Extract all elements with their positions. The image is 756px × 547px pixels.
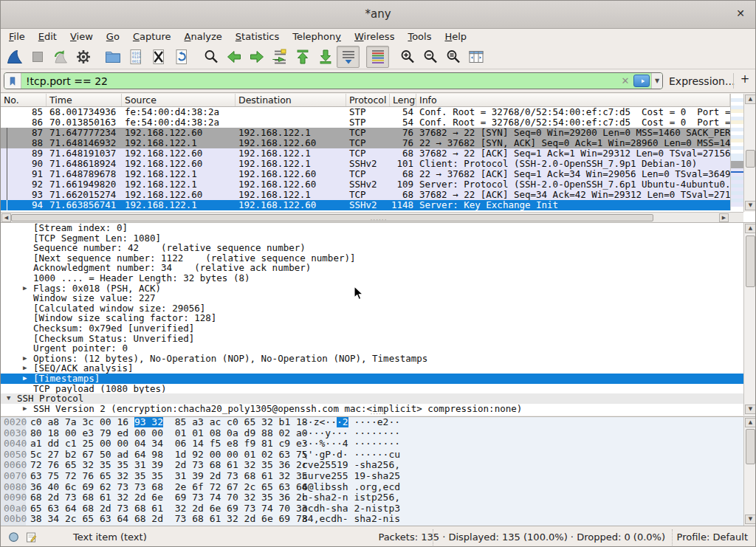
detail-line[interactable]: ▶[SEQ/ACK analysis]: [1, 363, 743, 374]
detail-line[interactable]: [Stream index: 0]: [1, 223, 743, 233]
scroll-down-button[interactable]: ▼: [745, 201, 756, 210]
expander-closed-icon[interactable]: ▶: [23, 363, 27, 374]
detail-line[interactable]: Checksum: 0x79ed [unverified]: [1, 323, 743, 334]
packet-row-92[interactable]: 9271.661949820192.168.122.1192.168.122.6…: [1, 179, 730, 190]
close-window-button[interactable]: ✕: [733, 7, 748, 19]
hscrollbar-thumb[interactable]: [11, 214, 653, 221]
packet-row-87[interactable]: 8771.647777234192.168.122.60192.168.122.…: [1, 128, 730, 138]
packet-row-89[interactable]: 8971.648191037192.168.122.60192.168.122.…: [1, 148, 730, 159]
detail-line[interactable]: [TCP Segment Len: 1080]: [1, 233, 743, 244]
menu-analyze[interactable]: Analyze: [178, 30, 229, 43]
filter-history-dropdown[interactable]: ▼: [651, 73, 662, 89]
hex-row-0050[interactable]: 00505c 27 b2 67 50 ad 64 98 1d 92 00 00 …: [1, 450, 756, 461]
filter-bookmark-button[interactable]: [4, 73, 21, 89]
hex-row-0080[interactable]: 008036 40 6c 69 62 73 73 68 2e 6f 72 67 …: [1, 482, 756, 493]
packet-row-94[interactable]: 9471.663856741192.168.122.1192.168.122.6…: [1, 200, 730, 210]
scroll-up-button[interactable]: ▲: [745, 224, 756, 233]
detail-line[interactable]: [Next sequence number: 1122 (relative se…: [1, 253, 743, 264]
expander-closed-icon[interactable]: ▶: [23, 283, 27, 294]
colorize-button[interactable]: [366, 46, 389, 68]
scroll-up-button[interactable]: ▲: [745, 418, 756, 427]
scroll-right-button[interactable]: ▶: [719, 213, 729, 222]
hex-row-0070[interactable]: 007063 75 72 76 65 32 35 35 31 39 2d 73 …: [1, 471, 756, 482]
scroll-up-button[interactable]: ▲: [745, 94, 756, 104]
title-bar[interactable]: *any ✕: [1, 1, 755, 29]
hex-row-0060[interactable]: 006072 76 65 32 35 35 31 39 2d 73 68 61 …: [1, 460, 756, 471]
detail-line[interactable]: TCP payload (1080 bytes): [1, 384, 743, 394]
menu-capture[interactable]: Capture: [126, 30, 178, 43]
scrollbar-thumb[interactable]: [746, 429, 755, 464]
detail-line[interactable]: [Calculated window size: 29056]: [1, 303, 743, 314]
expression-button[interactable]: Expression...: [669, 75, 735, 87]
hex-row-0040[interactable]: 0040a1 dd c1 25 00 00 04 34 06 14 f5 e8 …: [1, 438, 756, 450]
hex-row-0030[interactable]: 003080 18 00 e3 79 ed 00 00 01 01 08 0a …: [1, 428, 756, 439]
detail-line[interactable]: ▶Options: (12 bytes), No-Operation (NOP)…: [1, 354, 743, 364]
column-header-protocol[interactable]: Protocol: [346, 94, 390, 106]
hex-row-00a0[interactable]: 00a065 63 64 68 2d 73 68 61 32 2d 6e 69 …: [1, 503, 756, 515]
detail-line[interactable]: ▼SSH Protocol: [1, 393, 743, 404]
expander-closed-icon[interactable]: ▶: [23, 354, 27, 364]
go-first-button[interactable]: [291, 46, 314, 68]
file-open-button[interactable]: [101, 46, 124, 68]
detail-line[interactable]: ▶Flags: 0x018 (PSH, ACK): [1, 283, 743, 294]
packet-row-90[interactable]: 9071.648618924192.168.122.60192.168.122.…: [1, 159, 730, 169]
detail-line[interactable]: [Checksum Status: Unverified]: [1, 334, 743, 344]
expert-info-icon[interactable]: [8, 531, 19, 543]
column-header-info[interactable]: Info: [416, 94, 730, 106]
zoom-in-button[interactable]: [396, 46, 419, 68]
column-header-time[interactable]: Time: [47, 94, 122, 106]
scrollbar-thumb[interactable]: [746, 150, 755, 168]
details-vscrollbar[interactable]: ▲ ▼: [743, 223, 756, 416]
menu-statistics[interactable]: Statistics: [229, 30, 286, 43]
auto-scroll-button[interactable]: [337, 46, 360, 68]
column-header-source[interactable]: Source: [122, 94, 236, 106]
filter-clear-button[interactable]: ✕: [619, 75, 632, 86]
expander-closed-icon[interactable]: ▶: [23, 404, 27, 414]
hex-row-00b0[interactable]: 00b038 34 2c 65 63 64 68 2d 73 68 61 32 …: [1, 514, 756, 525]
column-header-destination[interactable]: Destination: [236, 94, 346, 106]
hex-row-0020[interactable]: 0020c0 a8 7a 3c 00 16 93 32 85 a3 ac c0 …: [1, 417, 756, 428]
find-packet-button[interactable]: [199, 46, 222, 68]
intelligent-scrollbar-minimap[interactable]: [730, 94, 743, 210]
scroll-left-button[interactable]: ◀: [1, 213, 11, 222]
column-header-no[interactable]: No.: [1, 94, 47, 106]
file-save-button[interactable]: 010101100011: [124, 46, 147, 68]
capture-start-button[interactable]: [3, 46, 26, 68]
file-close-button[interactable]: [147, 46, 170, 68]
menu-tools[interactable]: Tools: [401, 30, 438, 43]
file-reload-button[interactable]: [170, 46, 193, 68]
zoom-out-button[interactable]: [419, 46, 441, 68]
detail-line[interactable]: Acknowledgment number: 34 (relative ack …: [1, 263, 743, 273]
zoom-100-button[interactable]: [441, 46, 464, 68]
menu-view[interactable]: View: [63, 30, 100, 43]
packet-row-85[interactable]: 8568.001734936fe:54:00:d4:38:2aSTP54Conf…: [1, 107, 730, 117]
bytes-vscrollbar[interactable]: ▲ ▼: [743, 417, 756, 526]
packet-row-86[interactable]: 8670.013850163fe:54:00:d4:38:2aSTP54Conf…: [1, 117, 730, 128]
detail-line[interactable]: Sequence number: 42 (relative sequence n…: [1, 243, 743, 253]
expander-closed-icon[interactable]: ▶: [23, 374, 27, 384]
menu-file[interactable]: File: [2, 30, 32, 43]
resize-columns-button[interactable]: [464, 46, 487, 68]
filter-add-button[interactable]: +: [738, 72, 752, 89]
capture-restart-button[interactable]: [49, 46, 72, 68]
detail-line[interactable]: [Window size scaling factor: 128]: [1, 313, 743, 323]
display-filter-input[interactable]: !tcp.port == 22: [21, 75, 619, 87]
display-filter-field[interactable]: !tcp.port == 22 ✕ ▼: [4, 72, 663, 89]
go-back-button[interactable]: [222, 46, 245, 68]
scrollbar-thumb[interactable]: [746, 235, 755, 287]
scroll-down-button[interactable]: ▼: [745, 405, 756, 414]
packet-row-88[interactable]: 8871.648146932192.168.122.1192.168.122.6…: [1, 138, 730, 148]
filter-apply-button[interactable]: [633, 75, 650, 87]
column-header-length[interactable]: Length: [390, 94, 416, 106]
menu-help[interactable]: Help: [438, 30, 473, 43]
go-forward-button[interactable]: [245, 46, 268, 68]
go-to-packet-button[interactable]: [268, 46, 291, 68]
packet-row-93[interactable]: 9371.662015274192.168.122.60192.168.122.…: [1, 190, 730, 200]
capture-comment-icon[interactable]: [25, 531, 37, 543]
menu-wireless[interactable]: Wireless: [348, 30, 401, 43]
menu-telephony[interactable]: Telephony: [286, 30, 348, 43]
detail-line[interactable]: Window size value: 227: [1, 293, 743, 303]
detail-line[interactable]: Urgent pointer: 0: [1, 343, 743, 354]
packet-list-vscrollbar[interactable]: ▲ ▼: [743, 94, 756, 212]
capture-options-button[interactable]: [72, 46, 94, 68]
